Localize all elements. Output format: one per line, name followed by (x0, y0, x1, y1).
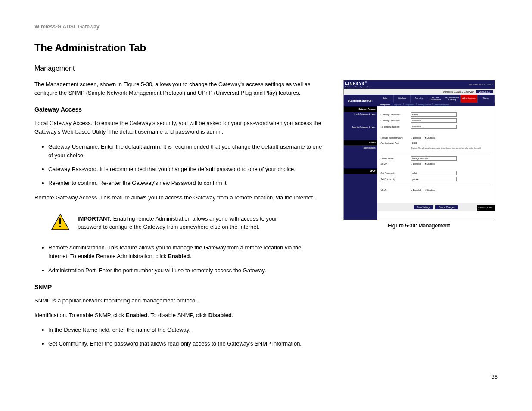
inp-admin-port[interactable]: 8080 (411, 141, 426, 145)
inp-password[interactable]: •••••••••••• (411, 118, 457, 123)
important-callout: IMPORTANT: Enabling remote Administratio… (51, 213, 292, 232)
figure-caption: Figure 5-30: Management (340, 223, 498, 229)
li-get-community: Get Community. Enter the password that a… (48, 339, 323, 348)
ss-logo: LINKSYS® (345, 81, 370, 86)
li-password: Gateway Password. It is recommended that… (48, 165, 323, 174)
ss-tab-setup[interactable]: Setup (377, 95, 394, 103)
page-title: The Administration Tab (34, 42, 323, 54)
ss-sec-snmp: SNMP (344, 140, 377, 145)
ss-tab-security[interactable]: Security (411, 95, 427, 103)
lbl-password: Gateway Password: (381, 119, 411, 122)
ss-model: WAG54G (476, 90, 492, 93)
ss-tab-admin[interactable]: Administration (461, 95, 478, 103)
cisco-badge: CISCO SYSTEMSıılıııılıı ıılıııılıı (477, 205, 495, 211)
btn-cancel[interactable]: Cancel Changes (435, 205, 458, 209)
inp-username[interactable]: admin (411, 112, 457, 117)
lbl-username: Gateway Username: (381, 113, 411, 116)
ss-subtab-factory[interactable]: Factory Defaults (417, 103, 432, 106)
lbl-set-comm: Set Community: (381, 178, 411, 181)
radio-snmp-disabled[interactable]: Disabled (424, 162, 435, 165)
li-username: Gateway Username. Enter the default admi… (48, 143, 323, 160)
lbl-device-name: Device Name: (381, 157, 411, 160)
section-management: Management (34, 65, 323, 72)
radio-upnp-enabled[interactable]: Enabled (411, 189, 421, 191)
radio-snmp-enabled[interactable]: Enabled (411, 162, 421, 165)
radio-ra-disabled[interactable]: Disabled (424, 137, 435, 139)
intro-text: The Management screen, shown in Figure 5… (34, 80, 323, 97)
svg-rect-1 (59, 218, 61, 224)
li-reenter: Re-enter to confirm. Re-enter the Gatewa… (48, 179, 323, 187)
snmp-ident: Identification. To enable SNMP, click En… (34, 311, 323, 320)
important-text: IMPORTANT: Enabling remote Administratio… (78, 215, 292, 231)
lbl-reenter: Re-enter to confirm: (381, 125, 411, 128)
li-device-name: In the Device Name field, enter the name… (48, 326, 323, 334)
btn-save[interactable]: Save Settings (414, 205, 434, 209)
radio-ra-enabled[interactable]: Enabled (411, 137, 421, 139)
remote-access-text: Remote Gateway Access. This feature allo… (34, 193, 323, 202)
ss-subtab-diag[interactable]: Diagnostics (404, 103, 416, 106)
ss-sec-upnp: UPnP (344, 168, 377, 174)
lbl-remote-admin: Remote Administration: (381, 137, 411, 139)
ss-tab-apps[interactable]: Applications & Gaming (444, 95, 461, 103)
ss-side-title: Administration (344, 95, 377, 106)
ss-subtab-mgmt[interactable]: Management (378, 103, 392, 106)
radio-upnp-disabled[interactable]: Disabled (424, 189, 435, 191)
inp-reenter[interactable]: •••••••••••• (411, 125, 457, 129)
lbl-admin-port: Administration Port: (381, 142, 411, 144)
lbl-get-comm: Get Community: (381, 172, 411, 174)
ss-sec-ident: Identification (344, 145, 377, 150)
ss-subtab-fw[interactable]: Firmware Upgrade (433, 103, 451, 106)
ss-tab-status[interactable]: Status (478, 95, 495, 103)
document-header: Wireless-G ADSL Gateway (34, 24, 323, 30)
inp-get-comm[interactable]: public (411, 171, 457, 175)
lbl-upnp: UPnP: (381, 189, 411, 191)
ss-product-title: Wireless-G ADSL Gateway (443, 90, 474, 93)
ss-firmware: Firmware Version: 1.00.8 (469, 83, 493, 86)
svg-rect-2 (59, 226, 61, 227)
warning-icon (51, 213, 70, 232)
ss-sec-local: Local Gateway Access (344, 112, 377, 117)
lbl-snmp: SNMP: (381, 162, 411, 165)
li-remote-admin: Remote Administration. This feature allo… (48, 243, 323, 261)
ss-sublogo: A Division of Cisco Systems, Inc. (345, 86, 370, 88)
snmp-intro: SNMP is a popular network monitoring and… (34, 296, 323, 305)
ss-tab-access[interactable]: Access Restrictions (427, 95, 444, 103)
figure-screenshot: LINKSYS® A Division of Cisco Systems, In… (343, 80, 495, 220)
ss-sec-gw: Gateway Access (344, 106, 377, 112)
ss-sec-remote: Remote Gateway Access (344, 125, 377, 130)
li-admin-port: Administration Port. Enter the port numb… (48, 266, 323, 275)
ss-subtab-report[interactable]: Reporting (392, 103, 403, 106)
heading-gateway-access: Gateway Access (34, 106, 323, 113)
page-number: 36 (492, 374, 498, 380)
inp-set-comm[interactable]: private (411, 177, 457, 181)
local-access-text: Local Gateway Access. To ensure the Gate… (34, 119, 323, 136)
txt-caution: (Caution: This will allow the gateway to… (411, 147, 491, 149)
inp-device-name[interactable]: Linksys WAG54G (411, 156, 457, 161)
ss-tab-wireless[interactable]: Wireless (394, 95, 411, 103)
heading-snmp: SNMP (34, 283, 323, 290)
